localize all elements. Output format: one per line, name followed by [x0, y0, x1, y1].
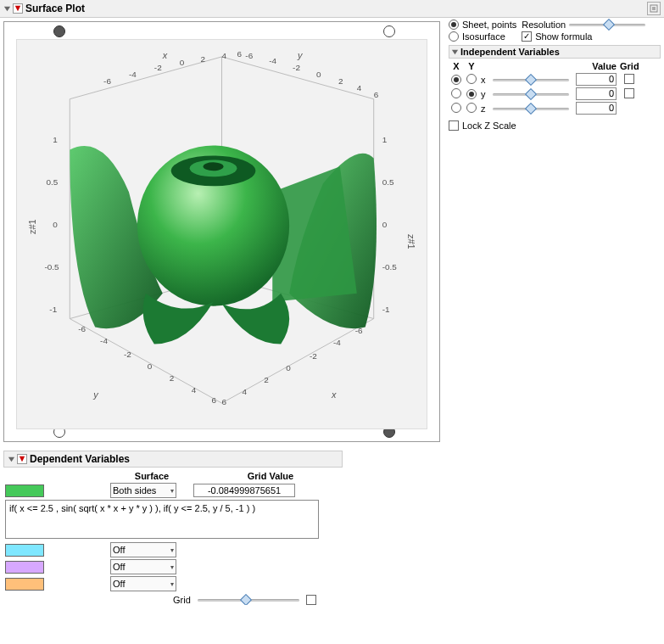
svg-text:-1: -1 [382, 305, 390, 314]
svg-text:x: x [331, 389, 337, 400]
disclosure-icon[interactable] [8, 456, 15, 463]
independent-table: X Y Value Grid x 0 y 0 [449, 60, 661, 115]
svg-rect-3 [652, 7, 656, 10]
surface-mode-select[interactable]: Both sides▾ [110, 483, 176, 498]
plot-frame[interactable]: -6-4-2 0246 -6-4-2 0246 -6-4-2 0246 -6-4… [3, 21, 440, 442]
mode-iso-radio[interactable] [449, 31, 459, 42]
grid-slider-label: Grid [173, 595, 191, 605]
panel-title: Surface Plot [25, 3, 85, 14]
svg-text:0.5: 0.5 [46, 177, 58, 187]
formula-box[interactable]: if( x <= 2.5 , sin( sqrt( x * x + y * y … [5, 500, 319, 539]
title-bar: Surface Plot [0, 0, 664, 18]
gridval-col-head: Grid Value [207, 471, 334, 481]
independent-header: Independent Variables [449, 45, 661, 59]
axis-z-label: z#1 [27, 219, 37, 234]
svg-text:-2: -2 [154, 63, 162, 72]
show-formula-check[interactable] [522, 31, 532, 42]
plot-3d-area[interactable]: -6-4-2 0246 -6-4-2 0246 -6-4-2 0246 -6-4… [16, 39, 427, 429]
show-formula-label: Show formula [535, 31, 592, 42]
var-value-x[interactable]: 0 [576, 73, 617, 86]
rotate-handle-tr[interactable] [383, 25, 395, 37]
svg-text:0: 0 [180, 58, 185, 67]
surface-mode-select[interactable]: Off▾ [110, 576, 176, 591]
surface-mode-select[interactable]: Off▾ [110, 542, 176, 557]
var-grid-y[interactable] [624, 88, 634, 98]
svg-marker-58 [8, 456, 14, 461]
svg-line-9 [70, 319, 221, 404]
mode-sheet-radio[interactable] [449, 20, 459, 30]
color-swatch[interactable] [5, 484, 44, 497]
svg-text:4: 4 [242, 387, 247, 396]
svg-marker-1 [15, 6, 20, 11]
surface-mode-select[interactable]: Off▾ [110, 559, 176, 574]
disclosure-icon[interactable] [3, 5, 11, 13]
disclosure-icon[interactable] [451, 48, 459, 56]
color-swatch[interactable] [5, 578, 44, 591]
lock-z-label: Lock Z Scale [462, 120, 516, 131]
svg-text:-1: -1 [49, 305, 57, 314]
menu-triangle-icon[interactable] [17, 454, 27, 464]
svg-text:4: 4 [222, 51, 227, 60]
x-radio-x[interactable] [451, 75, 461, 85]
dep-row-1: Both sides▾ -0.084999875651 [3, 483, 661, 498]
svg-text:-6: -6 [245, 51, 253, 60]
svg-line-4 [70, 57, 221, 99]
settings-icon[interactable] [647, 2, 661, 15]
independent-title: Independent Variables [460, 47, 560, 57]
var-row: y 0 [449, 87, 661, 101]
svg-text:-6: -6 [78, 324, 86, 333]
svg-text:1: 1 [53, 135, 58, 144]
axis-z-label-2: z#1 [406, 234, 416, 249]
lock-z-check[interactable] [449, 120, 459, 131]
svg-text:6: 6 [374, 90, 379, 99]
svg-text:0: 0 [382, 220, 388, 229]
z-radio-y[interactable] [466, 103, 477, 113]
menu-triangle-icon[interactable] [13, 3, 23, 14]
x-radio-y[interactable] [466, 74, 477, 84]
grid-slider[interactable] [198, 595, 299, 605]
var-row: x 0 [449, 72, 661, 87]
axis-y-label: y [297, 50, 304, 60]
svg-marker-0 [4, 6, 10, 10]
var-slider-y[interactable] [493, 89, 569, 99]
svg-text:0.5: 0.5 [382, 177, 394, 187]
rotate-handle-tl[interactable] [53, 25, 65, 37]
var-slider-x[interactable] [493, 75, 569, 85]
y-radio-y[interactable] [466, 89, 477, 99]
col-head-y: Y [464, 60, 479, 72]
svg-text:-0.5: -0.5 [44, 262, 59, 272]
svg-text:6: 6 [222, 397, 227, 406]
dependent-header: Dependent Variables [3, 451, 343, 468]
svg-text:2: 2 [338, 76, 343, 86]
var-slider-z[interactable] [493, 104, 569, 114]
svg-text:2: 2 [170, 373, 175, 383]
svg-text:-4: -4 [333, 338, 341, 347]
color-swatch[interactable] [5, 544, 44, 557]
var-value-y[interactable]: 0 [576, 87, 617, 100]
dep-row-2: Off▾ [3, 542, 661, 557]
col-head-value: Value [572, 60, 618, 72]
svg-text:0: 0 [316, 70, 321, 79]
grid-check[interactable] [306, 595, 316, 605]
svg-text:-2: -2 [124, 350, 131, 359]
dep-row-3: Off▾ [3, 559, 661, 574]
resolution-slider[interactable] [569, 20, 645, 30]
surface-svg: -6-4-2 0246 -6-4-2 0246 -6-4-2 0246 -6-4… [17, 40, 427, 428]
svg-text:6: 6 [237, 49, 242, 59]
var-value-z[interactable]: 0 [576, 102, 617, 115]
dependent-title: Dependent Variables [30, 453, 130, 465]
svg-text:2: 2 [201, 54, 206, 64]
svg-text:-2: -2 [310, 351, 317, 361]
svg-text:-4: -4 [129, 70, 137, 79]
z-radio-x[interactable] [451, 103, 461, 113]
col-head-grid: Grid [618, 60, 640, 72]
var-grid-x[interactable] [624, 74, 634, 84]
svg-text:-2: -2 [293, 63, 300, 72]
color-swatch[interactable] [5, 561, 44, 574]
svg-text:0: 0 [53, 220, 58, 229]
svg-point-56 [204, 162, 224, 171]
y-radio-x[interactable] [451, 88, 461, 98]
grid-value-box[interactable]: -0.084999875651 [193, 484, 295, 497]
svg-text:1: 1 [382, 135, 388, 144]
svg-marker-59 [20, 456, 25, 462]
